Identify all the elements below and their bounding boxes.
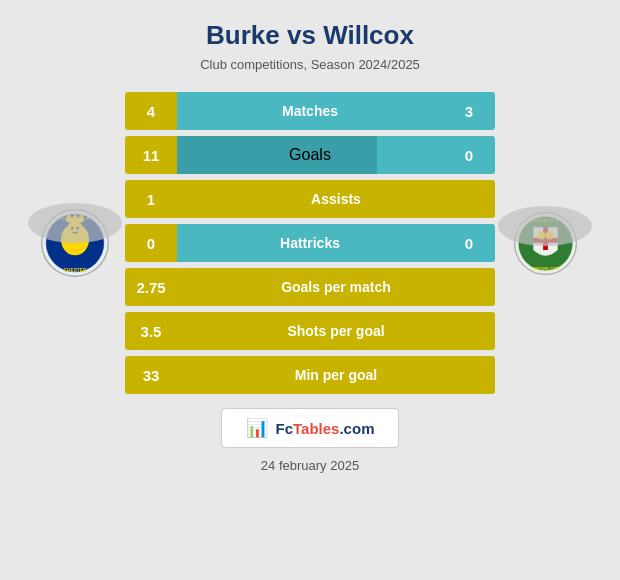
svg-point-0 [28, 203, 122, 243]
watermark-text: FcTables.com [276, 420, 375, 437]
svg-text:OXFORD CITY: OXFORD CITY [531, 265, 559, 270]
hattricks-right-value: 0 [443, 224, 495, 262]
goals-bar-fill [177, 136, 377, 174]
gpm-left-value: 2.75 [125, 268, 177, 306]
left-oval-bg [28, 202, 123, 244]
assists-left-value: 1 [125, 180, 177, 218]
goals-bar: Goals [177, 136, 443, 174]
right-oval-bg [498, 205, 593, 247]
spg-bar: Shots per goal [177, 312, 495, 350]
matches-left-value: 4 [125, 92, 177, 130]
logo-left-container: CHESTER FOOTBALL CLUB [25, 208, 125, 278]
mpg-bar: Min per goal [177, 356, 495, 394]
goals-right-value: 0 [443, 136, 495, 174]
spg-label: Shots per goal [287, 323, 384, 339]
mpg-label: Min per goal [295, 367, 377, 383]
gpm-label: Goals per match [281, 279, 391, 295]
stat-row-goals-per-match: 2.75 Goals per match [125, 268, 495, 306]
matches-right-value: 3 [443, 92, 495, 130]
chester-logo: CHESTER FOOTBALL CLUB [40, 208, 110, 278]
mpg-left-value: 33 [125, 356, 177, 394]
stat-row-hattricks: 0 Hattricks 0 [125, 224, 495, 262]
svg-text:CHESTER: CHESTER [64, 268, 87, 273]
hattricks-label: Hattricks [280, 235, 340, 251]
goals-left-value: 11 [125, 136, 177, 174]
logo-right-container: OXFORD CITY FOOTBALL CLUB [495, 211, 595, 276]
stat-row-shots-per-goal: 3.5 Shots per goal [125, 312, 495, 350]
watermark: 📊 FcTables.com [221, 408, 400, 448]
stat-row-min-per-goal: 33 Min per goal [125, 356, 495, 394]
assists-bar: Assists [177, 180, 495, 218]
hattricks-bar: Hattricks [177, 224, 443, 262]
page-title: Burke vs Willcox [206, 20, 414, 51]
gpm-bar: Goals per match [177, 268, 495, 306]
stat-row-assists: 1 Assists [125, 180, 495, 218]
oxford-logo: OXFORD CITY FOOTBALL CLUB [513, 211, 578, 276]
stat-row-matches: 4 Matches 3 [125, 92, 495, 130]
stats-container: 4 Matches 3 11 Goals 0 1 Assists 0 [125, 92, 495, 394]
svg-point-15 [498, 206, 592, 246]
date-footer: 24 february 2025 [261, 458, 359, 473]
hattricks-left-value: 0 [125, 224, 177, 262]
page-subtitle: Club competitions, Season 2024/2025 [200, 57, 420, 72]
main-content: CHESTER FOOTBALL CLUB 4 Matches 3 11 Goa… [0, 92, 620, 394]
assists-label: Assists [311, 191, 361, 207]
matches-label: Matches [282, 103, 338, 119]
goals-label: Goals [289, 146, 331, 164]
spg-left-value: 3.5 [125, 312, 177, 350]
matches-bar: Matches [177, 92, 443, 130]
stat-row-goals: 11 Goals 0 [125, 136, 495, 174]
watermark-icon: 📊 [246, 417, 268, 439]
